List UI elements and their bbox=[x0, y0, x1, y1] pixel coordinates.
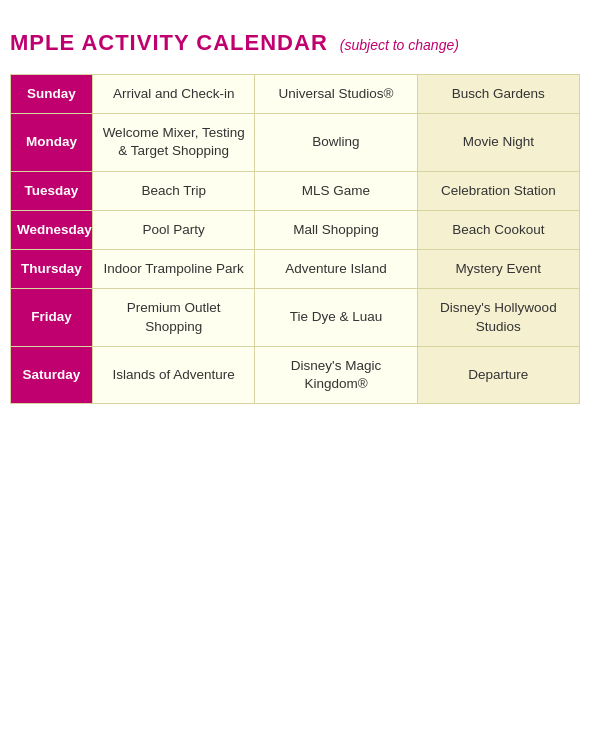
activity-cell-3: Movie Night bbox=[417, 114, 579, 171]
activity-cell-1: Indoor Trampoline Park bbox=[93, 250, 255, 289]
page-container: MPLE ACTIVITY CALENDAR (subject to chang… bbox=[0, 0, 600, 424]
activity-cell-2: MLS Game bbox=[255, 171, 417, 210]
activity-cell-2: Disney's Magic Kingdom® bbox=[255, 346, 417, 403]
activity-cell-2: Adventure Island bbox=[255, 250, 417, 289]
activity-cell-3: Celebration Station bbox=[417, 171, 579, 210]
activity-cell-1: Welcome Mixer, Testing & Target Shopping bbox=[93, 114, 255, 171]
day-cell: Monday bbox=[11, 114, 93, 171]
activity-cell-3: Disney's Hollywood Studios bbox=[417, 289, 579, 346]
page-header: MPLE ACTIVITY CALENDAR (subject to chang… bbox=[10, 30, 580, 56]
table-row: TuesdayBeach TripMLS GameCelebration Sta… bbox=[11, 171, 580, 210]
activity-cell-3: Busch Gardens bbox=[417, 75, 579, 114]
activity-cell-1: Beach Trip bbox=[93, 171, 255, 210]
activity-cell-1: Arrival and Check-in bbox=[93, 75, 255, 114]
table-row: SaturdayIslands of AdventureDisney's Mag… bbox=[11, 346, 580, 403]
day-cell: Friday bbox=[11, 289, 93, 346]
activity-cell-1: Premium Outlet Shopping bbox=[93, 289, 255, 346]
table-row: FridayPremium Outlet ShoppingTie Dye & L… bbox=[11, 289, 580, 346]
day-cell: Saturday bbox=[11, 346, 93, 403]
activity-cell-3: Mystery Event bbox=[417, 250, 579, 289]
day-cell: Wednesday bbox=[11, 210, 93, 249]
calendar-table: SundayArrival and Check-inUniversal Stud… bbox=[10, 74, 580, 404]
table-row: ThursdayIndoor Trampoline ParkAdventure … bbox=[11, 250, 580, 289]
day-cell: Sunday bbox=[11, 75, 93, 114]
day-cell: Thursday bbox=[11, 250, 93, 289]
activity-cell-3: Beach Cookout bbox=[417, 210, 579, 249]
activity-cell-2: Tie Dye & Luau bbox=[255, 289, 417, 346]
table-row: WednesdayPool PartyMall ShoppingBeach Co… bbox=[11, 210, 580, 249]
activity-cell-2: Universal Studios® bbox=[255, 75, 417, 114]
day-cell: Tuesday bbox=[11, 171, 93, 210]
page-subtitle: (subject to change) bbox=[340, 37, 459, 53]
activity-cell-1: Islands of Adventure bbox=[93, 346, 255, 403]
activity-cell-2: Bowling bbox=[255, 114, 417, 171]
activity-cell-2: Mall Shopping bbox=[255, 210, 417, 249]
activity-cell-3: Departure bbox=[417, 346, 579, 403]
page-title: MPLE ACTIVITY CALENDAR bbox=[10, 30, 328, 56]
activity-cell-1: Pool Party bbox=[93, 210, 255, 249]
table-row: SundayArrival and Check-inUniversal Stud… bbox=[11, 75, 580, 114]
table-row: MondayWelcome Mixer, Testing & Target Sh… bbox=[11, 114, 580, 171]
